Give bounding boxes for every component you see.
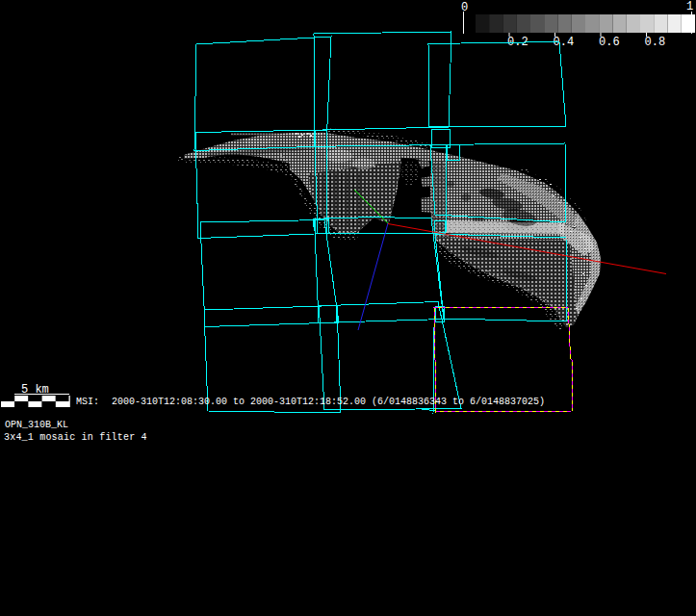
svg-text:1: 1 [686,0,693,13]
svg-text:MSI:: MSI: [76,397,99,407]
svg-text:0.6: 0.6 [599,36,620,49]
svg-text:OPN_310B_KL: OPN_310B_KL [5,420,68,430]
svg-text:0.8: 0.8 [645,36,666,49]
svg-text:3x4_1 mosaic in filter 4: 3x4_1 mosaic in filter 4 [4,432,147,443]
svg-text:0: 0 [461,1,468,14]
svg-text:2000-310T12:08:30.00 to 2000-3: 2000-310T12:08:30.00 to 2000-310T12:18:5… [112,397,545,407]
